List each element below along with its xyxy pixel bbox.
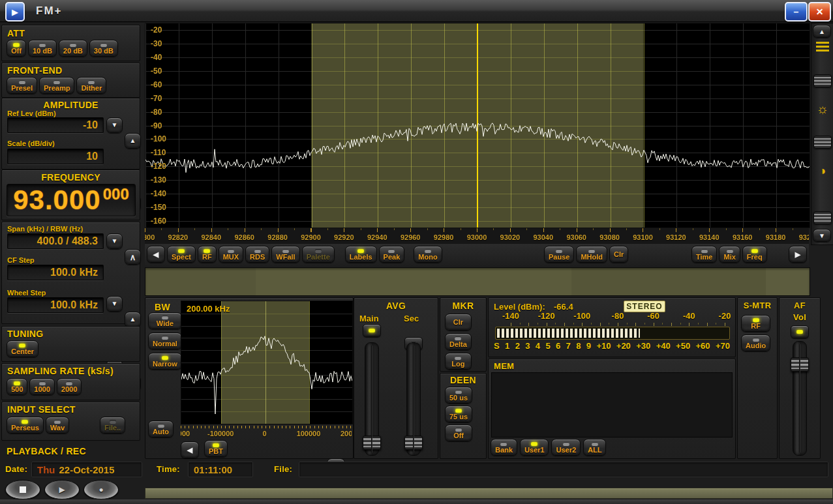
preamp-button[interactable]: Preamp: [39, 77, 74, 94]
scale-field[interactable]: 10: [7, 149, 104, 164]
rail-slider-handle-top[interactable]: [813, 74, 832, 87]
af-volume-slider-handle[interactable]: [791, 357, 809, 372]
narrow-button[interactable]: Narrow: [148, 353, 182, 370]
y-axis-label: -80: [151, 108, 162, 117]
stop-icon: [20, 486, 26, 493]
delta-button[interactable]: Delta: [445, 333, 472, 350]
x-axis-label: 93020: [500, 233, 521, 241]
user2-button[interactable]: User2: [551, 439, 581, 456]
cf-step-field[interactable]: 100.0 kHz: [7, 265, 104, 280]
scroll-up-button[interactable]: ▲: [813, 25, 831, 38]
normal-button[interactable]: Normal: [148, 333, 182, 349]
stop-button[interactable]: [5, 480, 40, 499]
wav-button[interactable]: Wav: [46, 417, 69, 434]
wide-button[interactable]: Wide: [148, 312, 182, 329]
mix-button[interactable]: Mix: [719, 246, 740, 263]
1000-button[interactable]: 1000: [29, 378, 54, 395]
app-icon[interactable]: ▶: [5, 2, 25, 22]
frequency-display[interactable]: 93.000000: [7, 184, 136, 216]
rail-slider-handle-bottom[interactable]: [813, 211, 832, 224]
scroll-left-button[interactable]: ◀: [147, 246, 165, 263]
pause-button[interactable]: Pause: [544, 246, 574, 263]
ref-lev-up-button[interactable]: ▲: [125, 133, 141, 149]
pbt-left-button[interactable]: ◀: [181, 441, 199, 458]
pbt-button[interactable]: PBT: [204, 440, 228, 457]
scroll-down-button[interactable]: ▼: [813, 229, 831, 242]
mono-button[interactable]: Mono: [414, 246, 442, 263]
off-button[interactable]: Off: [7, 40, 26, 57]
presel-button[interactable]: Presel: [7, 77, 37, 94]
log-button[interactable]: Log: [445, 353, 472, 370]
20-db-button[interactable]: 20 dB: [59, 40, 87, 57]
minimize-button[interactable]: –: [785, 2, 808, 22]
10-db-button[interactable]: 10 dB: [28, 40, 57, 57]
span-up-button[interactable]: ∧: [125, 249, 141, 265]
spect-button[interactable]: Spect: [167, 246, 196, 263]
bank-button[interactable]: Bank: [491, 439, 517, 456]
mhold-button[interactable]: MHold: [576, 246, 607, 263]
triangle-up-icon: ▲: [130, 316, 136, 323]
labels-button[interactable]: Labels: [345, 246, 377, 263]
avg-sec-slider[interactable]: [406, 342, 421, 456]
rf-button[interactable]: RF: [741, 315, 770, 332]
af-vol-toggle[interactable]: [791, 325, 809, 338]
clr-button[interactable]: Clr: [445, 314, 472, 331]
center-button[interactable]: Center: [7, 340, 38, 357]
dbm-scale-label: -40: [683, 311, 695, 321]
perseus-button[interactable]: Perseus: [7, 417, 44, 434]
rf-spectrum-display[interactable]: -20-30-40-50-60-70-80-90-100-110-120-130…: [145, 23, 810, 228]
all-button[interactable]: ALL: [583, 439, 606, 456]
file-open-button-box: File..: [100, 417, 125, 434]
span-down-button[interactable]: ▼: [106, 233, 123, 249]
ref-lev-field[interactable]: -10: [7, 117, 104, 133]
if-spectrum-canvas: [181, 301, 352, 424]
y-axis-label: -50: [151, 67, 162, 76]
cf-step-up-button[interactable]: ▲: [125, 312, 141, 327]
play-button[interactable]: ▶: [44, 480, 80, 499]
brightness-icon: ☼: [811, 102, 833, 117]
audio-button[interactable]: Audio: [741, 334, 770, 351]
avg-main-slider[interactable]: [365, 342, 379, 456]
display-mode-buttons: SpectRFMUXRDSWFallPaletteLabelsPeakMono: [167, 246, 442, 263]
transport-controls: ▶ ●: [5, 480, 119, 499]
freq-button[interactable]: Freq: [742, 246, 767, 263]
75-us-button[interactable]: 75 us: [445, 406, 472, 422]
auto-button[interactable]: Auto: [148, 421, 174, 437]
avg-sec-slider-handle[interactable]: [404, 436, 423, 450]
rds-button[interactable]: RDS: [245, 246, 269, 263]
wfall-button[interactable]: WFall: [271, 246, 299, 263]
rf-button[interactable]: RF: [198, 246, 217, 263]
if-spectrum-display[interactable]: 200.00 kHz: [181, 301, 353, 424]
500-button[interactable]: 500: [7, 378, 27, 395]
x-axis-label: -200000: [181, 430, 190, 437]
wheel-step-field[interactable]: 100.0 kHz: [7, 297, 104, 313]
af-vol-label: Vol: [780, 312, 820, 322]
peak-button[interactable]: Peak: [379, 246, 405, 263]
off-button[interactable]: Off: [445, 424, 472, 441]
avg-title: AVG: [354, 301, 438, 311]
waterfall-display[interactable]: [145, 267, 810, 296]
cf-step-down-button[interactable]: ▼: [106, 296, 123, 312]
date-field: Thu 22-Oct-2015: [31, 462, 142, 477]
close-icon[interactable]: ✕: [808, 2, 831, 22]
record-button[interactable]: ●: [83, 480, 119, 499]
50-us-button[interactable]: 50 us: [445, 387, 472, 404]
clr-button[interactable]: Clr: [609, 246, 628, 263]
mux-button[interactable]: MUX: [219, 246, 243, 263]
af-panel: AF Vol: [779, 297, 821, 459]
dither-button[interactable]: Dither: [76, 77, 106, 94]
2000-button[interactable]: 2000: [57, 378, 82, 395]
avg-main-toggle[interactable]: [363, 324, 381, 337]
x-axis-label: 92860: [234, 233, 254, 241]
rail-slider-handle-middle[interactable]: [813, 136, 832, 149]
span-field[interactable]: 400.0 / 488.3: [7, 233, 104, 249]
scroll-right-button[interactable]: ▶: [789, 246, 807, 263]
mem-list[interactable]: [491, 372, 733, 437]
time-button[interactable]: Time: [691, 246, 717, 263]
ref-lev-down-button[interactable]: ▼: [106, 117, 123, 133]
avg-main-slider-handle[interactable]: [363, 436, 381, 450]
user1-button[interactable]: User1: [520, 439, 549, 456]
30-db-button[interactable]: 30 dB: [89, 40, 118, 57]
front-end-title: FRONT-END: [7, 65, 62, 76]
af-volume-slider[interactable]: [793, 341, 807, 456]
